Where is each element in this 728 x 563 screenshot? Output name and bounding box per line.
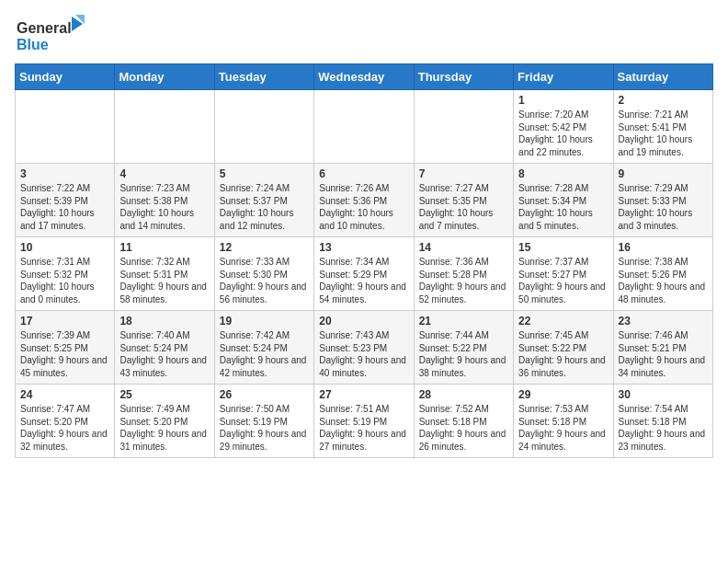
column-header-thursday: Thursday	[414, 64, 513, 90]
day-number: 21	[419, 315, 508, 327]
day-number: 4	[119, 167, 209, 180]
cell-info: Sunrise: 7:53 AM Sunset: 5:18 PM Dayligh…	[518, 403, 608, 453]
column-header-saturday: Saturday	[613, 64, 712, 90]
cell-info: Sunrise: 7:38 AM Sunset: 5:26 PM Dayligh…	[619, 256, 708, 305]
calendar-cell: 2Sunrise: 7:21 AM Sunset: 5:41 PM Daylig…	[613, 90, 712, 164]
calendar-cell: 12Sunrise: 7:33 AM Sunset: 5:30 PM Dayli…	[214, 237, 313, 311]
cell-info: Sunrise: 7:31 AM Sunset: 5:32 PM Dayligh…	[20, 256, 109, 305]
calendar-table: SundayMondayTuesdayWednesdayThursdayFrid…	[15, 63, 713, 458]
calendar-cell: 4Sunrise: 7:23 AM Sunset: 5:38 PM Daylig…	[115, 164, 214, 237]
cell-info: Sunrise: 7:21 AM Sunset: 5:41 PM Dayligh…	[619, 109, 708, 158]
cell-info: Sunrise: 7:40 AM Sunset: 5:24 PM Dayligh…	[119, 329, 209, 379]
calendar-cell: 16Sunrise: 7:38 AM Sunset: 5:26 PM Dayli…	[613, 237, 712, 311]
day-number: 27	[319, 388, 408, 401]
cell-info: Sunrise: 7:28 AM Sunset: 5:34 PM Dayligh…	[518, 182, 608, 232]
calendar-cell: 3Sunrise: 7:22 AM Sunset: 5:39 PM Daylig…	[16, 164, 115, 237]
calendar-week-2: 3Sunrise: 7:22 AM Sunset: 5:39 PM Daylig…	[16, 164, 713, 237]
day-number: 30	[619, 388, 708, 401]
cell-info: Sunrise: 7:45 AM Sunset: 5:22 PM Dayligh…	[518, 329, 608, 379]
calendar-week-3: 10Sunrise: 7:31 AM Sunset: 5:32 PM Dayli…	[16, 237, 713, 311]
calendar-cell	[115, 90, 214, 164]
cell-info: Sunrise: 7:29 AM Sunset: 5:33 PM Dayligh…	[619, 182, 708, 232]
calendar-cell: 19Sunrise: 7:42 AM Sunset: 5:24 PM Dayli…	[214, 311, 313, 385]
calendar-cell	[314, 90, 414, 164]
cell-info: Sunrise: 7:52 AM Sunset: 5:18 PM Dayligh…	[419, 403, 508, 453]
cell-info: Sunrise: 7:20 AM Sunset: 5:42 PM Dayligh…	[518, 109, 608, 158]
calendar-cell: 6Sunrise: 7:26 AM Sunset: 5:36 PM Daylig…	[314, 164, 414, 237]
day-number: 1	[518, 94, 608, 107]
day-number: 28	[419, 388, 508, 401]
cell-info: Sunrise: 7:46 AM Sunset: 5:21 PM Dayligh…	[619, 329, 708, 379]
cell-info: Sunrise: 7:39 AM Sunset: 5:25 PM Dayligh…	[20, 329, 109, 379]
day-number: 12	[220, 241, 309, 254]
calendar-cell: 10Sunrise: 7:31 AM Sunset: 5:32 PM Dayli…	[16, 237, 115, 311]
day-number: 9	[619, 167, 708, 180]
day-number: 22	[518, 315, 608, 327]
logo: GeneralBlue	[15, 15, 88, 56]
cell-info: Sunrise: 7:27 AM Sunset: 5:35 PM Dayligh…	[419, 182, 508, 232]
calendar-cell: 18Sunrise: 7:40 AM Sunset: 5:24 PM Dayli…	[115, 311, 214, 385]
column-header-tuesday: Tuesday	[214, 64, 313, 90]
column-header-sunday: Sunday	[16, 64, 115, 90]
calendar-body: 1Sunrise: 7:20 AM Sunset: 5:42 PM Daylig…	[16, 90, 713, 458]
calendar-cell: 5Sunrise: 7:24 AM Sunset: 5:37 PM Daylig…	[214, 164, 313, 237]
calendar-cell: 9Sunrise: 7:29 AM Sunset: 5:33 PM Daylig…	[613, 164, 712, 237]
cell-info: Sunrise: 7:24 AM Sunset: 5:37 PM Dayligh…	[220, 182, 309, 232]
calendar-cell: 15Sunrise: 7:37 AM Sunset: 5:27 PM Dayli…	[514, 237, 613, 311]
calendar-header-row: SundayMondayTuesdayWednesdayThursdayFrid…	[16, 64, 713, 90]
cell-info: Sunrise: 7:43 AM Sunset: 5:23 PM Dayligh…	[319, 329, 408, 379]
calendar-cell: 17Sunrise: 7:39 AM Sunset: 5:25 PM Dayli…	[16, 311, 115, 385]
cell-info: Sunrise: 7:54 AM Sunset: 5:18 PM Dayligh…	[619, 403, 708, 453]
day-number: 24	[20, 388, 109, 401]
calendar-week-5: 24Sunrise: 7:47 AM Sunset: 5:20 PM Dayli…	[16, 385, 713, 458]
day-number: 25	[119, 388, 209, 401]
cell-info: Sunrise: 7:34 AM Sunset: 5:29 PM Dayligh…	[319, 256, 408, 305]
page-header: GeneralBlue	[15, 15, 713, 56]
day-number: 20	[319, 315, 408, 327]
logo-svg: GeneralBlue	[15, 15, 88, 56]
cell-info: Sunrise: 7:33 AM Sunset: 5:30 PM Dayligh…	[220, 256, 309, 305]
cell-info: Sunrise: 7:32 AM Sunset: 5:31 PM Dayligh…	[119, 256, 209, 305]
cell-info: Sunrise: 7:22 AM Sunset: 5:39 PM Dayligh…	[20, 182, 109, 232]
day-number: 3	[20, 167, 109, 180]
day-number: 26	[220, 388, 309, 401]
day-number: 15	[518, 241, 608, 254]
calendar-cell	[214, 90, 313, 164]
calendar-week-1: 1Sunrise: 7:20 AM Sunset: 5:42 PM Daylig…	[16, 90, 713, 164]
day-number: 17	[20, 315, 109, 327]
svg-text:Blue: Blue	[17, 37, 49, 52]
cell-info: Sunrise: 7:26 AM Sunset: 5:36 PM Dayligh…	[319, 182, 408, 232]
calendar-cell: 30Sunrise: 7:54 AM Sunset: 5:18 PM Dayli…	[613, 385, 712, 458]
day-number: 19	[220, 315, 309, 327]
day-number: 2	[619, 94, 708, 107]
calendar-week-4: 17Sunrise: 7:39 AM Sunset: 5:25 PM Dayli…	[16, 311, 713, 385]
day-number: 13	[319, 241, 408, 254]
day-number: 5	[220, 167, 309, 180]
cell-info: Sunrise: 7:50 AM Sunset: 5:19 PM Dayligh…	[220, 403, 309, 453]
cell-info: Sunrise: 7:23 AM Sunset: 5:38 PM Dayligh…	[119, 182, 209, 232]
calendar-cell	[414, 90, 513, 164]
day-number: 16	[619, 241, 708, 254]
cell-info: Sunrise: 7:37 AM Sunset: 5:27 PM Dayligh…	[518, 256, 608, 305]
cell-info: Sunrise: 7:42 AM Sunset: 5:24 PM Dayligh…	[220, 329, 309, 379]
cell-info: Sunrise: 7:36 AM Sunset: 5:28 PM Dayligh…	[419, 256, 508, 305]
calendar-cell: 11Sunrise: 7:32 AM Sunset: 5:31 PM Dayli…	[115, 237, 214, 311]
calendar-cell	[16, 90, 115, 164]
calendar-cell: 28Sunrise: 7:52 AM Sunset: 5:18 PM Dayli…	[414, 385, 513, 458]
calendar-cell: 29Sunrise: 7:53 AM Sunset: 5:18 PM Dayli…	[514, 385, 613, 458]
day-number: 14	[419, 241, 508, 254]
calendar-cell: 21Sunrise: 7:44 AM Sunset: 5:22 PM Dayli…	[414, 311, 513, 385]
day-number: 18	[119, 315, 209, 327]
calendar-cell: 22Sunrise: 7:45 AM Sunset: 5:22 PM Dayli…	[514, 311, 613, 385]
calendar-cell: 25Sunrise: 7:49 AM Sunset: 5:20 PM Dayli…	[115, 385, 214, 458]
svg-text:General: General	[17, 20, 72, 36]
column-header-friday: Friday	[514, 64, 613, 90]
cell-info: Sunrise: 7:44 AM Sunset: 5:22 PM Dayligh…	[419, 329, 508, 379]
day-number: 11	[119, 241, 209, 254]
cell-info: Sunrise: 7:47 AM Sunset: 5:20 PM Dayligh…	[20, 403, 109, 453]
calendar-cell: 13Sunrise: 7:34 AM Sunset: 5:29 PM Dayli…	[314, 237, 414, 311]
day-number: 10	[20, 241, 109, 254]
calendar-cell: 7Sunrise: 7:27 AM Sunset: 5:35 PM Daylig…	[414, 164, 513, 237]
day-number: 6	[319, 167, 408, 180]
column-header-monday: Monday	[115, 64, 214, 90]
